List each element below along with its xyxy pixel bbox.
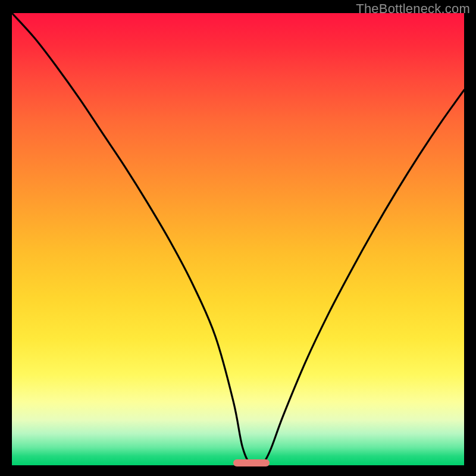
watermark-text: TheBottleneck.com — [356, 1, 470, 17]
plot-area — [12, 13, 464, 465]
optimal-zone-marker — [233, 459, 270, 466]
chart-frame: TheBottleneck.com — [0, 0, 476, 476]
bottleneck-curve — [12, 13, 464, 465]
